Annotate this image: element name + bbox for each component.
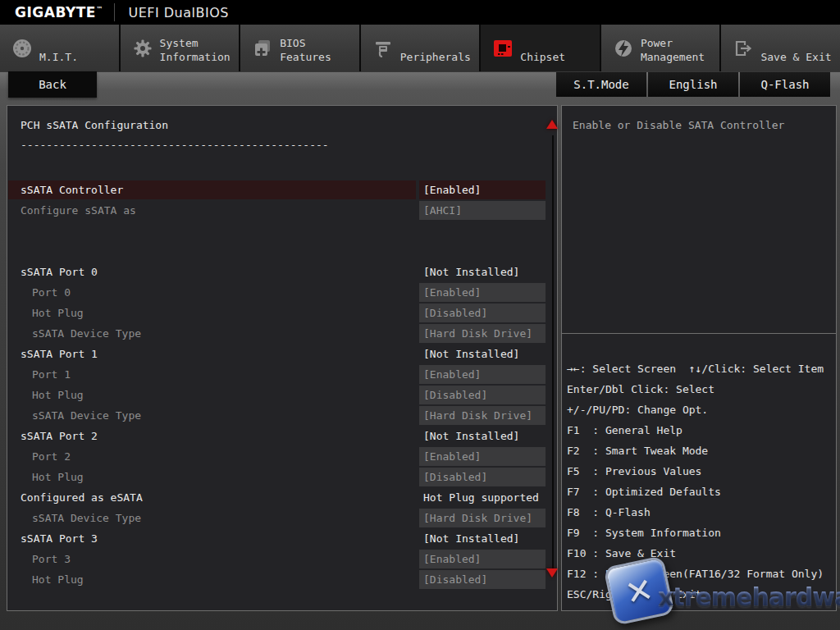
setting-value[interactable]: [Hard Disk Drive] [419,324,546,343]
tab-power-management[interactable]: PowerManagement [601,25,720,71]
setting-value[interactable]: [Disabled] [419,304,546,322]
setting-row[interactable]: sSATA Device Type[Hard Disk Drive] [8,508,546,528]
watermark-text: xtremehardware.com [658,582,840,611]
setting-value[interactable]: [Disabled] [419,468,546,486]
setting-row[interactable]: Configured as eSATAHot Plug supported [8,487,546,508]
tab-label: SystemInformation [160,33,231,64]
tab-label-line: BIOS [280,36,331,50]
setting-label: Hot Plug [8,570,416,589]
setting-row[interactable]: sSATA Port 2[Not Installed] [8,426,546,446]
setting-row[interactable]: Hot Plug[Disabled] [8,385,546,405]
setting-row[interactable]: Hot Plug[Disabled] [8,303,546,323]
shortcut-line: F2 : Smart Tweak Mode [567,441,834,461]
setting-label: sSATA Device Type [8,509,416,527]
tab-label-line: Management [641,50,705,64]
tab-bar: M.I.T.SystemInformationBIOSFeaturesPerip… [0,25,840,71]
setting-row[interactable]: Hot Plug[Disabled] [8,569,546,590]
tab-label-line: Save & Exit [760,50,831,64]
setting-value[interactable]: [Hard Disk Drive] [419,509,546,527]
tab-label: PowerManagement [641,33,705,64]
setting-label: sSATA Port 2 [8,427,416,445]
setting-value[interactable]: [Disabled] [419,570,546,589]
setting-value: [Not Installed] [419,427,546,445]
shortcut-line: F5 : Previous Values [567,461,834,482]
q-flash-button[interactable]: Q-Flash [740,72,830,97]
setting-row[interactable]: Port 1[Enabled] [8,364,546,385]
scroll-down-arrow[interactable] [546,568,558,578]
tab-label: M.I.T. [39,33,78,64]
tab-label-line: Chipset [520,50,565,64]
peripherals-icon [369,38,397,59]
chipset-icon [489,38,517,59]
setting-label: Port 1 [8,365,416,384]
shortcut-list: →←: Select Screen ↑↓/Click: Select ItemE… [567,358,834,605]
tab-m-i-t-[interactable]: M.I.T. [0,25,119,71]
setting-row[interactable]: Port 3[Enabled] [8,549,546,569]
save-exit-icon [729,38,757,59]
setting-row[interactable]: sSATA Device Type[Hard Disk Drive] [8,323,546,344]
title-underline: ----------------------------------------… [21,139,329,151]
tab-label: Save & Exit [760,33,831,64]
setting-row[interactable]: sSATA Port 3[Not Installed] [8,528,546,549]
setting-label: Port 2 [8,447,416,466]
scroll-up-arrow[interactable] [546,120,558,129]
power-icon [609,38,637,59]
setting-value[interactable]: [Enabled] [419,180,546,199]
setting-row[interactable]: sSATA Device Type[Hard Disk Drive] [8,405,546,426]
setting-label: Port 3 [8,550,416,568]
setting-label: Hot Plug [8,386,416,404]
setting-label: Port 0 [8,283,416,302]
bios-features-icon [249,38,276,59]
shortcut-line: Enter/Dbl Click: Select [567,379,834,399]
trademark-symbol: ™ [96,6,103,13]
s-t-mode-button[interactable]: S.T.Mode [556,72,646,97]
setting-value[interactable]: [Disabled] [419,386,546,404]
bios-screen: GIGABYTE™ UEFI DualBIOS M.I.T.SystemInfo… [0,0,840,630]
shortcut-line: F9 : System Information [567,523,834,543]
page-title: PCH sSATA Configuration [21,119,168,131]
setting-value[interactable]: [Enabled] [419,550,546,568]
system-info-icon [129,38,157,59]
gigabyte-logo: GIGABYTE™ [15,4,103,21]
tab-peripherals[interactable]: Peripherals [361,25,480,71]
header-divider [114,3,115,21]
setting-row[interactable]: Configure sSATA as[AHCI] [8,200,546,221]
quick-buttons: S.T.ModeEnglishQ-Flash [556,72,830,97]
shortcut-line: F1 : General Help [567,420,834,441]
setting-value: [Not Installed] [419,262,546,281]
setting-label: sSATA Port 3 [8,529,416,548]
setting-value[interactable]: [Enabled] [419,447,546,466]
shortcut-line: →←: Select Screen ↑↓/Click: Select Item [567,358,834,379]
setting-row[interactable]: Port 0[Enabled] [8,282,546,303]
setting-row[interactable]: sSATA Port 0[Not Installed] [8,262,546,282]
tab-chipset[interactable]: Chipset [481,25,600,71]
tab-label-line: Peripherals [400,50,471,64]
tab-label-line: Information [160,50,231,64]
tab-save-exit[interactable]: Save & Exit [721,25,840,71]
setting-label: sSATA Port 1 [8,345,416,363]
settings-panel: PCH sSATA Configuration ----------------… [7,105,558,611]
setting-label: sSATA Device Type [8,406,416,425]
scrollbar-track[interactable] [552,135,554,568]
tab-label-line: Features [280,50,331,64]
setting-value[interactable]: [Enabled] [419,283,546,302]
tab-bios-features[interactable]: BIOSFeatures [240,25,359,71]
setting-row[interactable]: Hot Plug[Disabled] [8,467,546,487]
tab-label: Peripherals [400,33,471,64]
setting-value[interactable]: [AHCI] [419,201,546,220]
help-panel: Enable or Disable SATA Controller →←: Se… [561,105,837,611]
setting-label: Hot Plug [8,468,416,486]
mit-icon [8,38,36,59]
setting-row[interactable]: Port 2[Enabled] [8,446,546,467]
setting-row[interactable]: sSATA Port 1[Not Installed] [8,344,546,364]
setting-label: sSATA Controller [8,180,416,199]
english-button[interactable]: English [648,72,738,97]
tab-label-line: Power [641,36,705,50]
setting-value[interactable]: [Hard Disk Drive] [419,406,546,425]
setting-value[interactable]: [Enabled] [419,365,546,384]
back-button[interactable]: Back [8,71,97,98]
tab-system-information[interactable]: SystemInformation [121,25,240,71]
help-text: Enable or Disable SATA Controller [573,119,827,131]
title-bar: GIGABYTE™ UEFI DualBIOS [0,0,840,25]
setting-row[interactable]: sSATA Controller[Enabled] [8,180,546,200]
